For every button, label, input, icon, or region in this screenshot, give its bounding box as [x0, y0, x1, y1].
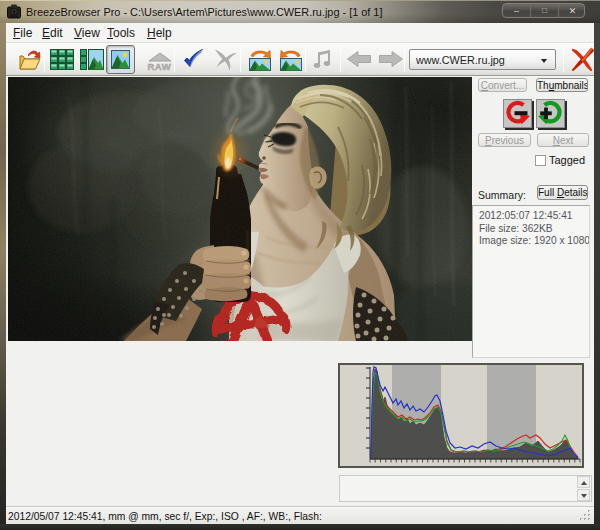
svg-text:RAW: RAW	[148, 61, 172, 72]
